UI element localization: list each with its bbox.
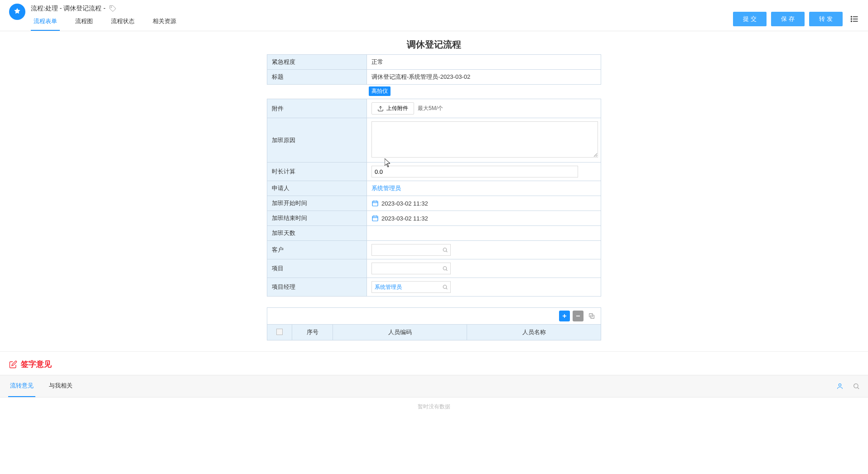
remove-row-button[interactable] — [573, 311, 583, 321]
svg-point-4 — [851, 16, 852, 17]
start-time-picker[interactable]: 2023-03-02 11:32 — [371, 200, 596, 207]
end-time-picker[interactable]: 2023-03-02 11:32 — [371, 215, 596, 222]
tab-flowchart[interactable]: 流程图 — [72, 17, 96, 31]
value-subject[interactable]: 调休登记流程-系统管理员-2023-03-02 — [367, 70, 601, 85]
svg-point-5 — [851, 19, 852, 19]
svg-point-28 — [854, 384, 858, 388]
upload-icon — [377, 105, 384, 112]
svg-point-20 — [443, 285, 447, 289]
svg-rect-8 — [372, 201, 378, 206]
customer-search-input[interactable] — [371, 244, 451, 256]
tag-icon[interactable] — [109, 5, 116, 12]
label-customer: 客户 — [267, 241, 367, 259]
svg-line-17 — [446, 251, 447, 252]
label-pm: 项目经理 — [267, 278, 367, 297]
detail-col-seq: 序号 — [292, 325, 333, 340]
detail-table-section: 序号 人员编码 人员名称 — [267, 307, 601, 340]
svg-line-19 — [446, 270, 447, 271]
svg-point-27 — [839, 384, 841, 386]
detail-col-checkbox — [267, 325, 292, 340]
app-logo-icon — [9, 4, 25, 20]
gaopaiyi-button[interactable]: 高拍仪 — [369, 86, 391, 96]
detail-col-person-name: 人员名称 — [467, 325, 601, 340]
list-icon[interactable] — [850, 14, 859, 24]
opinion-tab-related[interactable]: 与我相关 — [47, 375, 74, 397]
search-icon — [442, 247, 448, 253]
label-duration: 时长计算 — [267, 163, 367, 181]
project-search-input[interactable] — [371, 263, 451, 274]
label-reason: 加班原因 — [267, 118, 367, 163]
label-applicant: 申请人 — [267, 181, 367, 196]
max-size-hint: 最大5M/个 — [418, 105, 443, 112]
edit-icon — [9, 360, 17, 369]
header-bar: 流程:处理 - 调休登记流程 - 流程表单 流程图 流程状态 相关资源 提交 保… — [0, 0, 868, 31]
tab-resources[interactable]: 相关资源 — [150, 17, 179, 31]
duration-input[interactable] — [371, 166, 578, 177]
search-icon — [442, 266, 448, 272]
detail-col-person-code: 人员编码 — [333, 325, 467, 340]
save-button[interactable]: 保存 — [771, 12, 805, 26]
svg-line-21 — [446, 288, 447, 289]
value-urgency[interactable]: 正常 — [367, 55, 601, 70]
applicant-value[interactable]: 系统管理员 — [371, 185, 401, 192]
label-subject: 标题 — [267, 70, 367, 85]
label-days: 加班天数 — [267, 226, 367, 241]
tab-form[interactable]: 流程表单 — [31, 17, 60, 31]
sign-section: 签字意见 流转意见 与我相关 暂时没有数据 — [0, 351, 868, 416]
label-project: 项目 — [267, 259, 367, 278]
submit-button[interactable]: 提交 — [733, 12, 767, 26]
main-content: 调休登记流程 紧急程度 正常 标题 调休登记流程-系统管理员-2023-03-0… — [0, 31, 868, 345]
label-urgency: 紧急程度 — [267, 55, 367, 70]
label-start-time: 加班开始时间 — [267, 196, 367, 211]
sign-title: 签字意见 — [21, 359, 52, 369]
svg-point-16 — [443, 248, 447, 252]
form-title: 调休登记流程 — [267, 36, 601, 54]
pm-search-input[interactable] — [371, 281, 451, 293]
empty-hint: 暂时没有数据 — [9, 397, 859, 416]
label-attachment: 附件 — [267, 99, 367, 118]
calendar-icon — [371, 200, 379, 207]
page-title: 流程:处理 - 调休登记流程 - — [31, 4, 179, 13]
value-days[interactable] — [367, 226, 601, 241]
svg-rect-12 — [372, 216, 378, 221]
label-end-time: 加班结束时间 — [267, 211, 367, 226]
svg-line-29 — [858, 388, 859, 389]
search-icon — [442, 284, 448, 290]
svg-point-18 — [443, 267, 447, 270]
tab-status[interactable]: 流程状态 — [108, 17, 137, 31]
svg-point-6 — [851, 21, 852, 22]
user-icon[interactable] — [836, 383, 844, 390]
opinion-tab-flow[interactable]: 流转意见 — [8, 375, 35, 397]
calendar-icon — [371, 215, 379, 222]
upload-button[interactable]: 上传附件 — [371, 102, 414, 115]
search-icon[interactable] — [853, 383, 860, 390]
overtime-reason-textarea[interactable] — [371, 121, 598, 158]
form-table: 紧急程度 正常 标题 调休登记流程-系统管理员-2023-03-02 高拍仪 附… — [267, 54, 601, 297]
add-row-button[interactable] — [559, 311, 570, 321]
forward-button[interactable]: 转发 — [809, 12, 843, 26]
select-all-checkbox[interactable] — [276, 329, 283, 335]
svg-point-0 — [111, 7, 112, 8]
header-tabs: 流程表单 流程图 流程状态 相关资源 — [31, 17, 179, 31]
copy-row-button[interactable] — [586, 311, 597, 321]
